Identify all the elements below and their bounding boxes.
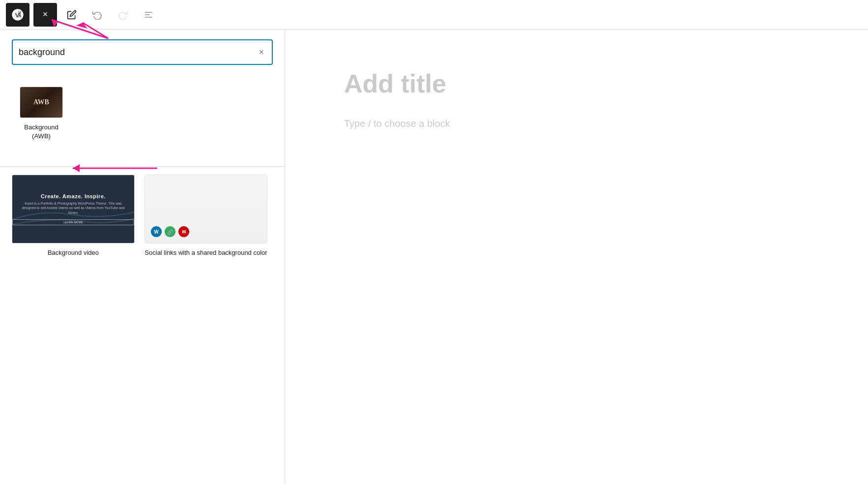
undo-icon [92,10,102,20]
section-divider [0,166,285,167]
social-icon-email: ✉ [178,226,189,237]
awb-thumbnail-inner: AWB [20,87,62,118]
bg-video-text: Create. Amaze. Inspire. Insert is a Port… [12,193,134,225]
bg-video-thumb-inner: Create. Amaze. Inspire. Insert is a Port… [12,175,134,243]
left-panel: × AWB Background (AWB) [0,30,285,484]
search-clear-button[interactable]: × [257,45,266,60]
block-item-awb[interactable]: AWB Background (AWB) [12,81,71,147]
pattern-grid: Create. Amaze. Inspire. Insert is a Port… [12,175,273,257]
pattern-label-social-links: Social links with a shared background co… [145,248,267,257]
clear-icon: × [259,47,264,58]
menu-button[interactable] [138,4,159,26]
social-links-thumb-inner: W 🔗 ✉ [145,175,267,243]
search-input[interactable] [19,47,257,58]
bg-video-title: Create. Amaze. Inspire. [12,193,134,199]
close-icon: × [43,9,48,20]
social-icon-wp: W [151,226,162,237]
search-area: × [0,30,285,73]
pattern-label-bg-video: Background video [12,248,135,257]
close-button[interactable]: × [33,3,57,27]
pattern-item-social-links[interactable]: W 🔗 ✉ Social links with a shared backgro… [145,175,267,257]
bg-video-sub: Insert is a Portfolio & Photography Word… [12,201,134,215]
editor-panel: Add title Type / to choose a block [285,30,868,484]
toolbar: × [0,0,868,30]
undo-button[interactable] [87,4,108,26]
editor-title-placeholder[interactable]: Add title [344,69,446,98]
patterns-section: Create. Amaze. Inspire. Insert is a Port… [0,175,285,269]
bg-video-btn: LEARN MORE [12,219,134,225]
hamburger-icon [144,10,153,20]
pattern-thumbnail-bg-video: Create. Amaze. Inspire. Insert is a Port… [12,175,135,243]
social-icons-row: W 🔗 ✉ [151,226,189,237]
editor-content-placeholder[interactable]: Type / to choose a block [344,118,450,129]
edit-button[interactable] [61,4,83,26]
pattern-thumbnail-social-links: W 🔗 ✉ [145,175,267,243]
wp-logo [6,3,29,27]
wordpress-icon [11,8,25,22]
redo-button[interactable] [112,4,134,26]
redo-icon [118,10,128,20]
block-label-awb: Background (AWB) [18,123,65,141]
main-layout: × AWB Background (AWB) [0,30,868,484]
pencil-icon [67,10,77,20]
block-thumbnail-awb: AWB [20,87,63,118]
search-input-wrapper: × [12,39,273,65]
social-icon-link: 🔗 [165,226,175,237]
block-results-section: AWB Background (AWB) [0,73,285,158]
pattern-item-background-video[interactable]: Create. Amaze. Inspire. Insert is a Port… [12,175,135,257]
